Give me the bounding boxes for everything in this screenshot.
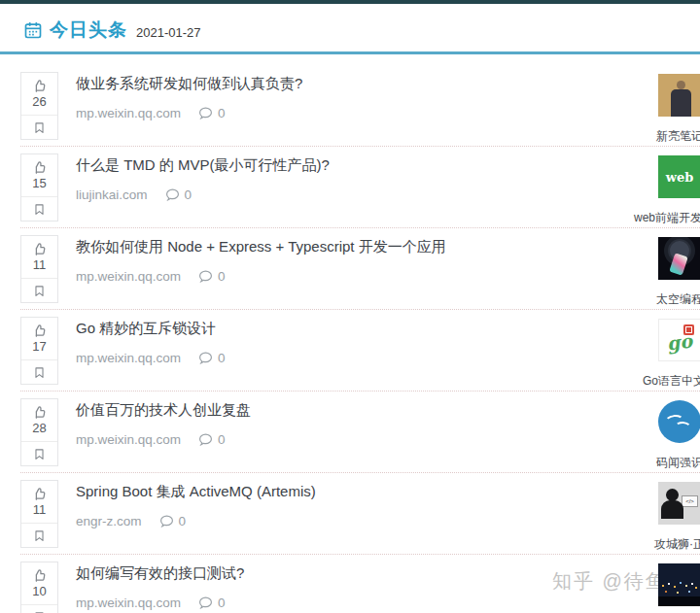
bookmark-icon — [33, 120, 46, 135]
upvote-button[interactable]: 11 — [32, 481, 47, 523]
article-content: Go 精妙的互斥锁设计 mp.weixin.qq.com 0 — [76, 317, 700, 365]
comment-count: 0 — [218, 351, 226, 365]
upvote-button[interactable]: 11 — [32, 236, 47, 278]
comment-bubble-icon — [198, 352, 213, 364]
comments-button[interactable]: 0 — [198, 432, 226, 447]
header-date: 2021-01-27 — [136, 25, 201, 40]
article-meta: mp.weixin.qq.com 0 — [76, 432, 700, 447]
article-content: Spring Boot 集成 ActiveMQ (Artemis) engr-z… — [76, 480, 700, 528]
article-title-link[interactable]: 价值百万的技术人创业复盘 — [76, 401, 700, 420]
bookmark-button[interactable] — [33, 442, 46, 465]
bookmark-icon — [33, 447, 46, 461]
article-meta: mp.weixin.qq.com 0 — [76, 596, 700, 610]
seagull-circle-avatar-icon[interactable] — [658, 400, 700, 443]
vote-count: 11 — [33, 257, 47, 272]
page-title: 今日头条 — [50, 17, 127, 43]
article-meta: liujinkai.com 0 — [76, 187, 700, 202]
article-title-link[interactable]: 做业务系统研发如何做到认真负责? — [76, 75, 700, 93]
vote-box: 28 — [20, 398, 58, 466]
article-source: engr-z.com — [76, 514, 142, 528]
article-title-link[interactable]: 什么是 TMD 的 MVP(最小可行性产品)? — [76, 156, 700, 175]
article-source: mp.weixin.qq.com — [76, 106, 181, 120]
upvote-button[interactable]: 17 — [32, 318, 47, 359]
comment-bubble-icon — [198, 270, 213, 283]
article-title-link[interactable]: Spring Boot 集成 ActiveMQ (Artemis) — [76, 483, 700, 501]
comment-bubble-icon — [198, 596, 213, 609]
article-list: 26 做业务系统研发如何做到认真负责? mp.weixin.qq.com 0 — [0, 54, 700, 613]
comment-count: 0 — [218, 106, 226, 120]
today-headlines-page: { "page": { "top_bar_color": "#24454c", … — [0, 0, 700, 613]
bookmark-button[interactable] — [33, 360, 46, 384]
comment-count: 0 — [218, 596, 226, 610]
comments-button[interactable]: 0 — [198, 351, 226, 365]
comment-bubble-icon — [165, 188, 180, 201]
author-block: 新亮笔记 — [658, 74, 700, 117]
comment-count: 0 — [218, 269, 226, 284]
thumbs-up-icon — [32, 79, 47, 93]
article-meta: mp.weixin.qq.com 0 — [76, 106, 700, 120]
bookmark-button[interactable] — [33, 524, 46, 547]
vote-count: 11 — [33, 502, 47, 517]
author-name: 新亮笔记 — [656, 128, 700, 145]
bookmark-icon — [33, 202, 46, 217]
article-list-item: 15 什么是 TMD 的 MVP(最小可行性产品)? liujinkai.com… — [20, 147, 700, 228]
person-photo-avatar-icon[interactable] — [658, 74, 700, 117]
author-block: 码闻强识 — [658, 400, 700, 443]
article-meta: engr-z.com 0 — [76, 514, 700, 528]
comments-button[interactable]: 0 — [198, 269, 226, 284]
comments-button[interactable]: 0 — [198, 596, 226, 610]
comments-button[interactable]: 0 — [165, 187, 192, 202]
thumbs-up-icon — [32, 242, 47, 256]
thumbs-up-icon — [32, 324, 47, 338]
vote-count: 10 — [32, 584, 46, 598]
thumbs-up-icon — [32, 160, 47, 175]
bookmark-button[interactable] — [33, 116, 46, 139]
bookmark-button[interactable] — [33, 279, 46, 302]
thumbs-up-icon — [32, 405, 47, 420]
comments-button[interactable]: 0 — [198, 106, 226, 120]
vote-box: 10 — [20, 562, 58, 613]
comments-button[interactable]: 0 — [159, 514, 187, 528]
article-list-item: 17 Go 精妙的互斥锁设计 mp.weixin.qq.com 0 — [20, 310, 700, 392]
comment-bubble-icon — [198, 107, 213, 119]
comment-count: 0 — [185, 187, 192, 202]
vote-count: 17 — [32, 339, 46, 354]
upvote-button[interactable]: 26 — [32, 73, 47, 115]
calendar-icon — [23, 20, 43, 40]
upvote-button[interactable]: 15 — [32, 154, 47, 196]
article-list-item: 11 Spring Boot 集成 ActiveMQ (Artemis) eng… — [20, 473, 700, 555]
article-source: mp.weixin.qq.com — [76, 351, 181, 365]
web-logo-avatar-icon[interactable]: web — [658, 155, 700, 198]
comment-count: 0 — [179, 514, 187, 528]
article-meta: mp.weixin.qq.com 0 — [76, 269, 700, 284]
author-name: 攻城狮·正 — [654, 536, 700, 553]
vote-box: 17 — [20, 317, 58, 385]
comment-count: 0 — [218, 432, 226, 447]
thumbs-up-icon — [32, 487, 47, 501]
article-title-link[interactable]: 教你如何使用 Node + Express + Typescript 开发一个应… — [76, 238, 700, 256]
bookmark-button[interactable] — [33, 197, 46, 221]
bookmark-button[interactable] — [33, 605, 46, 613]
vote-count: 15 — [32, 176, 46, 190]
author-name: 太空编程 — [656, 291, 700, 308]
author-block: go Go语言中文网 — [658, 319, 700, 361]
section-header: 今日头条 2021-01-27 — [0, 4, 700, 51]
space-hand-avatar-icon[interactable] — [658, 237, 700, 280]
upvote-button[interactable]: 28 — [32, 399, 47, 441]
comment-bubble-icon — [159, 515, 174, 528]
article-list-item: 11 教你如何使用 Node + Express + Typescript 开发… — [20, 228, 700, 310]
article-source: mp.weixin.qq.com — [76, 596, 181, 610]
vote-count: 26 — [32, 94, 46, 109]
article-content: 什么是 TMD 的 MVP(最小可行性产品)? liujinkai.com 0 — [76, 153, 700, 202]
article-title-link[interactable]: Go 精妙的互斥锁设计 — [76, 320, 700, 338]
article-content: 做业务系统研发如何做到认真负责? mp.weixin.qq.com 0 — [76, 72, 700, 120]
engineer-silhouette-avatar-icon[interactable]: </> — [658, 482, 700, 525]
upvote-button[interactable]: 10 — [32, 562, 47, 604]
night-city-avatar-icon[interactable] — [658, 563, 700, 606]
go-logo-avatar-icon[interactable]: go — [658, 319, 700, 361]
author-name: 码闻强识 — [656, 455, 700, 471]
author-name: web前端开发知识 — [634, 210, 700, 226]
author-name: Go语言中文网 — [643, 373, 700, 390]
article-source: mp.weixin.qq.com — [76, 432, 181, 447]
comment-bubble-icon — [198, 433, 213, 446]
